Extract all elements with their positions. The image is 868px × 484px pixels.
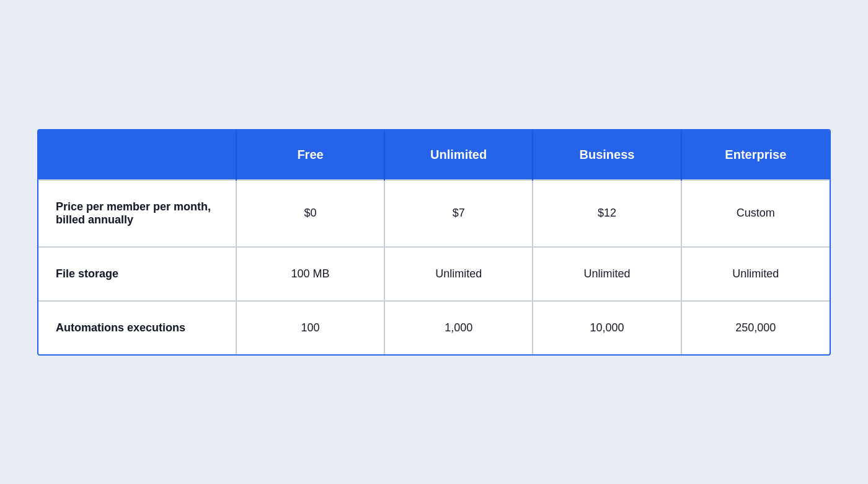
pricing-table: Free Unlimited Business Enterprise Price… (37, 129, 831, 356)
row-storage-label: File storage (38, 247, 236, 301)
row-price-free: $0 (236, 180, 384, 247)
row-automations-business: 10,000 (533, 301, 681, 354)
header-unlimited-col: Unlimited (384, 130, 533, 180)
row-automations-label: Automations executions (38, 301, 236, 354)
row-storage-enterprise: Unlimited (681, 247, 830, 301)
row-price-business: $12 (533, 180, 681, 247)
header-business-col: Business (533, 130, 681, 180)
table-row: Automations executions 100 1,000 10,000 … (38, 301, 830, 354)
row-price-unlimited: $7 (384, 180, 533, 247)
row-storage-free: 100 MB (236, 247, 384, 301)
row-price-enterprise: Custom (681, 180, 830, 247)
table-row: File storage 100 MB Unlimited Unlimited … (38, 247, 830, 301)
row-automations-enterprise: 250,000 (681, 301, 830, 354)
header-enterprise-col: Enterprise (681, 130, 830, 180)
row-automations-free: 100 (236, 301, 384, 354)
row-storage-business: Unlimited (533, 247, 681, 301)
header-free-col: Free (236, 130, 384, 180)
row-price-label: Price per member per month, billed annua… (38, 180, 236, 247)
table-header-row: Free Unlimited Business Enterprise (38, 130, 830, 180)
table-row: Price per member per month, billed annua… (38, 180, 830, 247)
row-storage-unlimited: Unlimited (384, 247, 533, 301)
row-automations-unlimited: 1,000 (384, 301, 533, 354)
header-label-col (38, 130, 236, 180)
